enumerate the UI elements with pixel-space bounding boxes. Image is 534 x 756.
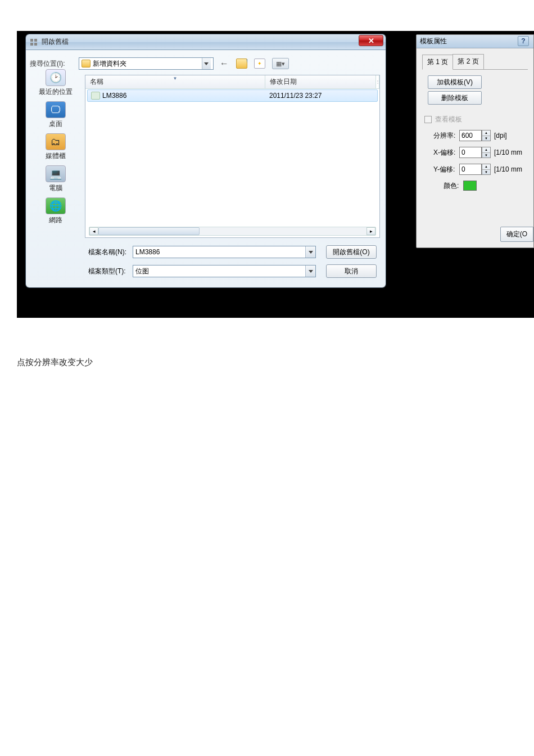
xoffset-label: X-偏移: [433,148,459,158]
cancel-button[interactable]: 取消 [326,264,377,278]
lookin-dropdown[interactable]: 新增資料夾 [79,57,214,70]
xoffset-input[interactable]: 0 [459,147,482,158]
filename-combobox[interactable]: LM3886 [133,246,316,258]
yoffset-input[interactable]: 0 [459,164,482,175]
filetype-combobox[interactable]: 位图 [133,265,316,277]
filetype-label: 檔案類型(T): [85,267,133,276]
scroll-thumb[interactable] [98,227,200,235]
filename-value: LM3886 [133,248,305,256]
sort-indicator-icon: ▼ [173,76,178,81]
view-template-label: 查看模板 [435,115,462,124]
panel-titlebar[interactable]: 模板属性 ? [417,35,533,48]
sidebar-item-label: 網路 [49,215,62,225]
resolution-spinner[interactable]: ▲▼ [482,130,491,141]
filetype-value: 位图 [133,267,305,276]
dialog-titlebar[interactable]: 開啟舊檔 ✕ [26,34,386,50]
sidebar-item-label: 桌面 [49,119,62,129]
template-properties-panel: 模板属性 ? 第 1 页 第 2 页 加载模板(V) 删除模板 查看模板 分辨率… [416,34,534,248]
file-name: LM3886 [102,92,126,100]
spin-up-icon: ▲ [482,147,490,153]
color-label: 颜色: [444,181,459,191]
column-header-date[interactable]: 修改日期 [265,75,376,88]
load-template-button[interactable]: 加载模板(V) [428,75,482,89]
tab-strip: 第 1 页 第 2 页 [422,54,528,70]
column-resizer[interactable]: ⋮ [376,75,379,88]
open-button[interactable]: 開啟舊檔(O) [326,245,377,259]
sidebar-item-computer[interactable]: 💻 電腦 [33,164,78,194]
close-button[interactable]: ✕ [359,35,383,46]
svg-rect-2 [30,43,33,46]
tab-page2[interactable]: 第 2 页 [452,54,483,69]
file-list-header: 名稱 ▼ 修改日期 ⋮ [85,75,379,89]
sidebar-item-label: 最近的位置 [39,87,73,97]
view-template-checkbox-row[interactable]: 查看模板 [424,115,528,124]
yoffset-unit: [1/10 mm [494,165,522,173]
desktop-icon: 🖵 [46,101,66,118]
spin-down-icon: ▼ [482,136,490,141]
scroll-right-icon[interactable]: ▸ [366,227,375,235]
dialog-title: 開啟舊檔 [42,37,69,47]
sidebar-item-label: 媒體櫃 [46,151,66,161]
scroll-track[interactable] [98,227,366,235]
chevron-down-icon[interactable] [305,266,315,277]
lookin-value: 新增資料夾 [93,59,202,69]
spin-down-icon: ▼ [482,153,490,158]
sidebar-item-label: 電腦 [49,183,62,193]
sidebar-item-desktop[interactable]: 🖵 桌面 [33,100,78,130]
document-caption: 点按分辨率改变大少 [17,357,534,368]
column-header-name[interactable]: 名稱 ▼ [85,75,265,88]
library-icon: 🗂 [46,133,66,150]
back-icon[interactable]: ← [219,58,229,69]
yoffset-label: Y-偏移: [433,165,459,174]
spin-down-icon: ▼ [482,170,490,175]
views-dropdown-icon[interactable]: ▦▾ [272,58,289,69]
svg-rect-1 [34,39,37,42]
sidebar-item-libraries[interactable]: 🗂 媒體櫃 [33,132,78,162]
panel-title: 模板属性 [420,37,447,46]
checkbox-icon[interactable] [424,116,432,123]
svg-rect-3 [34,43,37,46]
chevron-down-icon[interactable] [202,58,211,69]
filename-label: 檔案名稱(N): [85,248,133,257]
tab-page1[interactable]: 第 1 页 [422,55,453,70]
network-icon: 🌐 [46,197,66,214]
yoffset-spinner[interactable]: ▲▼ [482,164,491,175]
file-date: 2011/11/23 23:27 [266,92,377,100]
new-folder-icon[interactable] [254,58,265,69]
svg-marker-4 [204,62,209,65]
resolution-input[interactable]: 600 [459,130,482,141]
lookin-label: 搜尋位置(I): [30,59,65,69]
file-list: 名稱 ▼ 修改日期 ⋮ LM3886 2011/11/23 23:27 ◂ ▸ [85,75,380,238]
help-button[interactable]: ? [518,36,529,46]
app-icon [29,38,38,47]
folder-up-icon[interactable] [236,58,247,69]
file-row[interactable]: LM3886 2011/11/23 23:27 [87,89,378,102]
bitmap-file-icon [91,92,100,100]
sidebar-item-recent[interactable]: 🕑 最近的位置 [33,68,78,98]
recent-icon: 🕑 [46,69,66,86]
svg-marker-5 [309,251,313,254]
sidebar-item-network[interactable]: 🌐 網路 [33,196,78,226]
color-swatch[interactable] [463,181,477,191]
folder-icon [82,60,90,68]
svg-marker-6 [309,270,313,273]
horizontal-scrollbar[interactable]: ◂ ▸ [89,227,376,236]
svg-rect-0 [30,39,33,42]
spin-up-icon: ▲ [482,164,490,170]
ok-button[interactable]: 确定(O [500,227,533,242]
scroll-left-icon[interactable]: ◂ [89,227,98,235]
spin-up-icon: ▲ [482,130,490,136]
xoffset-spinner[interactable]: ▲▼ [482,147,491,158]
places-sidebar: 🕑 最近的位置 🖵 桌面 🗂 媒體櫃 💻 電腦 🌐 網路 [26,56,85,282]
chevron-down-icon[interactable] [305,246,315,258]
resolution-label: 分辨率: [433,131,459,141]
xoffset-unit: [1/10 mm [494,148,522,156]
open-file-dialog: 開啟舊檔 ✕ 🕑 最近的位置 🖵 桌面 🗂 媒體櫃 💻 電腦 [26,34,386,287]
computer-icon: 💻 [46,165,66,182]
resolution-unit: [dpi] [494,132,507,140]
delete-template-button[interactable]: 删除模板 [428,91,482,105]
